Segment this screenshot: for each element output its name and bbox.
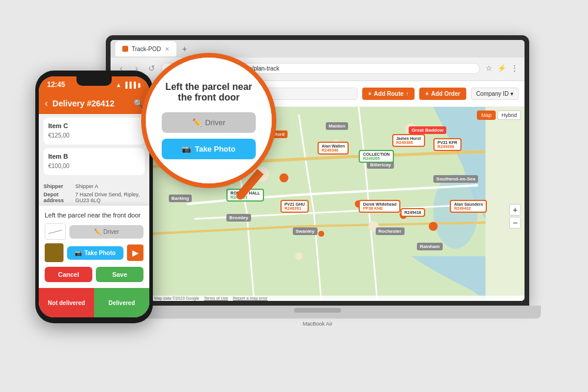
- map-label-maldon: Maldon: [326, 122, 348, 130]
- laptop-base: MacBook Air: [94, 306, 541, 319]
- phone-header: ‹ Delivery #26412 🔍: [39, 93, 149, 114]
- magnify-content: Left the parcel near the front door ✏️ D…: [146, 58, 272, 183]
- company-selector[interactable]: Company ID ▾: [471, 88, 519, 100]
- phone-status-icons: ▲ ▐▐▐ ▮: [116, 82, 141, 88]
- map-label-barking: Barking: [169, 195, 192, 202]
- map-label-rainham: Rainham: [417, 243, 443, 250]
- map-person-derek[interactable]: Derek WhiteheadPP38 KHE: [359, 200, 400, 213]
- upload-icon: ↑: [406, 91, 409, 97]
- take-photo-button[interactable]: 📷 Take Photo: [67, 246, 123, 260]
- wifi-icon: ▲: [116, 82, 122, 88]
- laptop-model: MacBook Air: [303, 321, 333, 327]
- report-error-link[interactable]: Report a map error: [233, 296, 268, 300]
- magnify-camera-icon: 📷: [182, 145, 191, 153]
- tab-favicon: [122, 46, 128, 52]
- item-b-name: Item B: [48, 153, 68, 160]
- phone-delivery-popup: Left the parcel near the front door ✏️ D…: [39, 206, 149, 288]
- add-order-button[interactable]: + Add Order: [419, 88, 466, 100]
- chevron-down-icon: ▾: [510, 91, 513, 97]
- shipper-name: Shipper A: [75, 183, 98, 189]
- tab-title: Track-POD: [132, 46, 161, 52]
- new-tab-button[interactable]: +: [179, 43, 191, 55]
- delivery-title: Delivery #26412: [52, 99, 129, 108]
- map-toggle-hybrid[interactable]: Hybrid: [497, 110, 521, 120]
- map-person-pv21ghu[interactable]: PV21 GHUR246391: [280, 200, 309, 213]
- magnify-driver-icon: ✏️: [192, 118, 202, 127]
- map-person-pv21kfr[interactable]: PV21 KFRR249398: [433, 138, 461, 151]
- browser-tab-bar: Track-POD ✕ +: [111, 40, 524, 58]
- phone-bottom-buttons: Not delivered Delivered: [39, 288, 149, 317]
- item-c-amount: €125,00: [48, 132, 69, 139]
- popup-message-text: Left the parcel near the front door: [45, 212, 143, 219]
- zoom-in-button[interactable]: +: [509, 204, 521, 216]
- magnify-take-photo-button[interactable]: 📷 Take Photo: [162, 139, 256, 159]
- item-c-name: Item C: [48, 122, 68, 129]
- zoom-out-button[interactable]: −: [509, 217, 521, 229]
- photo-extra-icon: ▶: [127, 244, 143, 261]
- phone-item-b: Item B €100,00: [44, 148, 145, 175]
- phone-time: 12:45: [47, 81, 65, 89]
- not-delivered-button[interactable]: Not delivered: [39, 288, 94, 317]
- map-label-southend: Southend-on-Sea: [433, 175, 478, 183]
- svg-point-11: [318, 231, 324, 237]
- phone-notch: [76, 76, 112, 86]
- phone-screen: 12:45 ▲ ▐▐▐ ▮ ‹ Delivery #26412 🔍 Item C: [39, 76, 149, 317]
- phone-item-c: Item C €125,00: [44, 118, 145, 145]
- add-route-icon: +: [368, 91, 372, 97]
- phone: 12:45 ▲ ▐▐▐ ▮ ‹ Delivery #26412 🔍 Item C: [35, 71, 153, 323]
- tab-close-button[interactable]: ✕: [165, 46, 169, 52]
- scene: Track-POD ✕ + ‹ › ↺ 🔒 https://web.track-…: [0, 0, 588, 392]
- popup-photo-row: 📷 Take Photo ▶: [45, 243, 143, 262]
- terms-link[interactable]: Terms of Use: [204, 296, 228, 300]
- map-toggle-map[interactable]: Map: [477, 110, 496, 120]
- refresh-button[interactable]: ↺: [146, 62, 158, 74]
- add-route-button[interactable]: + Add Route ↑: [362, 88, 415, 100]
- map-label-bromley: Bromley: [226, 214, 251, 222]
- depot-value: 7 Hazel Drive Send, Ripley, GU23 6LQ: [75, 192, 145, 203]
- map-zoom-controls: + −: [509, 204, 521, 229]
- camera-icon: 📷: [75, 250, 82, 256]
- map-person-collection[interactable]: COLLECTIONR249265: [359, 150, 394, 163]
- browser-action-buttons: ☆ ⚡ ⋮: [483, 63, 520, 73]
- map-person-james-hurst[interactable]: James HurstR249386: [392, 134, 425, 147]
- map-controls: Map Hybrid: [477, 110, 521, 120]
- item-b-amount: €100,00: [48, 163, 69, 169]
- browser-tab-track-pod[interactable]: Track-POD ✕: [115, 41, 176, 56]
- magnify-circle: Left the parcel near the front door ✏️ D…: [141, 53, 276, 188]
- map-person-alan-saunders[interactable]: Alan SaundersR249402: [450, 200, 487, 213]
- signal-icon: ▐▐▐: [123, 82, 136, 88]
- svg-point-10: [429, 222, 437, 230]
- save-button[interactable]: Save: [96, 267, 143, 282]
- shipper-label: Shipper: [44, 183, 73, 189]
- popup-action-row: Cancel Save: [45, 267, 143, 282]
- photo-thumbnail: [45, 243, 64, 262]
- map-credits-bar: Keyboard shortcuts Map data ©2023 Google…: [111, 296, 524, 301]
- map-label-great-baddow: Great Baddow: [409, 126, 446, 134]
- map-label-rochester: Rochester: [376, 227, 405, 235]
- battery-icon: ▮: [138, 82, 141, 88]
- back-arrow-icon[interactable]: ‹: [45, 98, 48, 109]
- map-label-swanley: Swanley: [293, 227, 318, 235]
- cancel-button[interactable]: Cancel: [45, 267, 92, 282]
- photo-forward-icon: ▶: [132, 248, 139, 257]
- popup-signature-row: ✏️ Driver: [45, 223, 143, 240]
- map-person-alan-wallen[interactable]: Alan WallenR249340: [318, 142, 349, 155]
- extensions-icon[interactable]: ⚡: [496, 63, 507, 73]
- depot-label: Depot address: [44, 192, 73, 203]
- svg-point-6: [295, 253, 303, 260]
- svg-point-7: [279, 173, 288, 182]
- delivered-button[interactable]: Delivered: [94, 288, 149, 317]
- driver-icon: ✏️: [94, 229, 101, 235]
- magnify-message: Left the parcel near the front door: [158, 82, 260, 103]
- map-data-credit: Map data ©2023 Google: [154, 296, 199, 300]
- signature-box[interactable]: [45, 223, 66, 240]
- signature-line: [48, 229, 62, 233]
- add-icon: +: [425, 91, 429, 97]
- map-person-r249418[interactable]: R249418: [400, 208, 425, 217]
- menu-icon[interactable]: ⋮: [509, 63, 520, 73]
- magnify-driver-button[interactable]: ✏️ Driver: [162, 112, 256, 133]
- driver-button[interactable]: ✏️ Driver: [69, 225, 143, 239]
- bookmark-icon[interactable]: ☆: [483, 63, 494, 73]
